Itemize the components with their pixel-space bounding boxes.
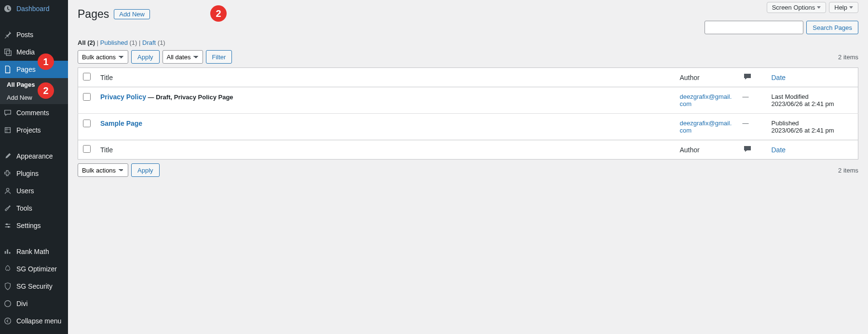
sidebar-item-collapse[interactable]: Collapse menu <box>0 312 68 330</box>
sidebar-item-label: SG Optimizer <box>16 265 57 273</box>
sidebar-item-label: Divi <box>16 300 27 307</box>
row-checkbox[interactable] <box>83 93 91 101</box>
col-date-foot[interactable]: Date <box>767 140 858 160</box>
sidebar-item-label: Collapse menu <box>16 317 61 325</box>
submenu-add-new[interactable]: Add New <box>0 91 68 104</box>
col-date[interactable]: Date <box>767 68 858 87</box>
page-icon <box>3 65 13 74</box>
author-link[interactable]: deezgrafix@gmail.com <box>680 93 732 107</box>
sidebar-item-label: Users <box>16 187 34 195</box>
comment-bubble-icon <box>743 144 752 153</box>
sidebar-item-projects[interactable]: Projects <box>0 121 68 139</box>
pages-submenu: All Pages Add New <box>0 78 68 104</box>
select-all-checkbox[interactable] <box>83 73 91 80</box>
divi-icon <box>3 299 13 308</box>
filter-published[interactable]: Published <box>100 39 128 46</box>
sidebar-item-label: SG Security <box>16 282 53 290</box>
projects-icon <box>3 125 13 135</box>
apply-button-bottom[interactable]: Apply <box>131 163 160 177</box>
svg-point-3 <box>5 301 11 307</box>
row-checkbox[interactable] <box>83 120 91 127</box>
filter-button[interactable]: Filter <box>206 50 232 64</box>
help-button[interactable]: Help <box>829 2 858 13</box>
svg-point-0 <box>6 188 9 191</box>
sidebar-item-settings[interactable]: Settings <box>0 217 68 234</box>
chevron-down-icon <box>849 6 853 9</box>
select-all-checkbox-bottom[interactable] <box>83 145 91 153</box>
tablenav-top: Bulk actions Apply All dates Filter 2 it… <box>78 50 858 64</box>
shield-icon <box>3 281 13 291</box>
filter-draft[interactable]: Draft <box>142 39 156 46</box>
sidebar-item-label: Appearance <box>16 152 53 160</box>
table-row: Privacy Policy — Draft, Privacy Policy P… <box>78 87 858 114</box>
col-comments-foot[interactable] <box>738 140 767 160</box>
col-comments[interactable] <box>738 68 767 87</box>
sidebar-item-appearance[interactable]: Appearance <box>0 147 68 165</box>
comment-bubble-icon <box>743 72 752 80</box>
sidebar-item-posts[interactable]: Posts <box>0 26 68 43</box>
sidebar-item-pages[interactable]: Pages <box>0 61 68 78</box>
date-value: 2023/06/26 at 2:41 pm <box>772 100 854 107</box>
sidebar-item-label: Media <box>16 48 35 56</box>
sidebar-item-label: Settings <box>16 222 41 229</box>
submenu-all-pages[interactable]: All Pages <box>0 78 68 91</box>
settings-icon <box>3 221 13 230</box>
date-label: Published <box>772 120 854 127</box>
row-title-link[interactable]: Privacy Policy <box>100 93 146 101</box>
date-label: Last Modified <box>772 93 854 100</box>
sidebar-item-label: Posts <box>16 31 33 39</box>
chevron-down-icon <box>817 6 821 9</box>
sidebar-item-label: Comments <box>16 109 49 117</box>
col-author-foot: Author <box>675 140 738 160</box>
bulk-actions-select[interactable]: Bulk actions <box>78 50 128 64</box>
search-input[interactable] <box>705 21 803 34</box>
main-content: 2 Screen Options Help Pages Add New Sear… <box>68 0 868 334</box>
search-pages-button[interactable]: Search Pages <box>806 21 858 34</box>
admin-sidebar: Dashboard Posts Media Pages All Pages Ad… <box>0 0 68 334</box>
sidebar-item-media[interactable]: Media <box>0 43 68 61</box>
date-filter-select[interactable]: All dates <box>163 50 203 64</box>
sidebar-item-users[interactable]: Users <box>0 182 68 200</box>
filter-sep: | <box>97 39 100 46</box>
tablenav-bottom: Bulk actions Apply 2 items <box>78 163 858 177</box>
comments-dash: — <box>743 93 749 100</box>
sidebar-item-divi[interactable]: Divi <box>0 295 68 312</box>
col-title[interactable]: Title <box>95 68 675 87</box>
sidebar-item-dashboard[interactable]: Dashboard <box>0 0 68 17</box>
sidebar-item-label: Rank Math <box>16 248 49 255</box>
add-new-button[interactable]: Add New <box>114 9 150 19</box>
rocket-icon <box>3 264 13 274</box>
apply-button[interactable]: Apply <box>131 50 160 64</box>
sidebar-item-tools[interactable]: Tools <box>0 200 68 217</box>
sidebar-item-label: Projects <box>16 126 41 134</box>
sidebar-item-sgoptimizer[interactable]: SG Optimizer <box>0 260 68 278</box>
pages-table: Title Author Date Privacy Policy — Draft… <box>78 67 858 160</box>
comments-dash: — <box>743 120 749 127</box>
svg-point-2 <box>8 226 10 228</box>
sidebar-item-label: Plugins <box>16 170 39 177</box>
row-title-link[interactable]: Sample Page <box>100 120 142 127</box>
filter-all[interactable]: All (2) <box>78 39 95 46</box>
table-row: Sample Page deezgrafix@gmail.com — Publi… <box>78 114 858 140</box>
status-filters: All (2) | Published (1) | Draft (1) <box>78 39 858 46</box>
bulk-actions-select-bottom[interactable]: Bulk actions <box>78 163 128 177</box>
users-icon <box>3 186 13 196</box>
author-link[interactable]: deezgrafix@gmail.com <box>680 120 732 134</box>
plugin-icon <box>3 169 13 178</box>
page-title: Pages <box>78 8 109 21</box>
sidebar-item-plugins[interactable]: Plugins <box>0 165 68 182</box>
svg-point-4 <box>5 318 11 324</box>
col-title-foot[interactable]: Title <box>95 140 675 160</box>
screen-options-label: Screen Options <box>772 4 815 11</box>
items-count: 2 items <box>838 53 858 61</box>
row-status-suffix: — Draft, Privacy Policy Page <box>146 94 233 101</box>
media-icon <box>3 47 13 57</box>
sidebar-item-sgsecurity[interactable]: SG Security <box>0 278 68 295</box>
collapse-icon <box>3 316 13 326</box>
sidebar-item-comments[interactable]: Comments <box>0 104 68 121</box>
sidebar-item-rankmath[interactable]: Rank Math <box>0 243 68 260</box>
sidebar-item-label: Pages <box>16 66 36 73</box>
screen-options-button[interactable]: Screen Options <box>767 2 827 13</box>
comments-icon <box>3 108 13 118</box>
brush-icon <box>3 151 13 161</box>
